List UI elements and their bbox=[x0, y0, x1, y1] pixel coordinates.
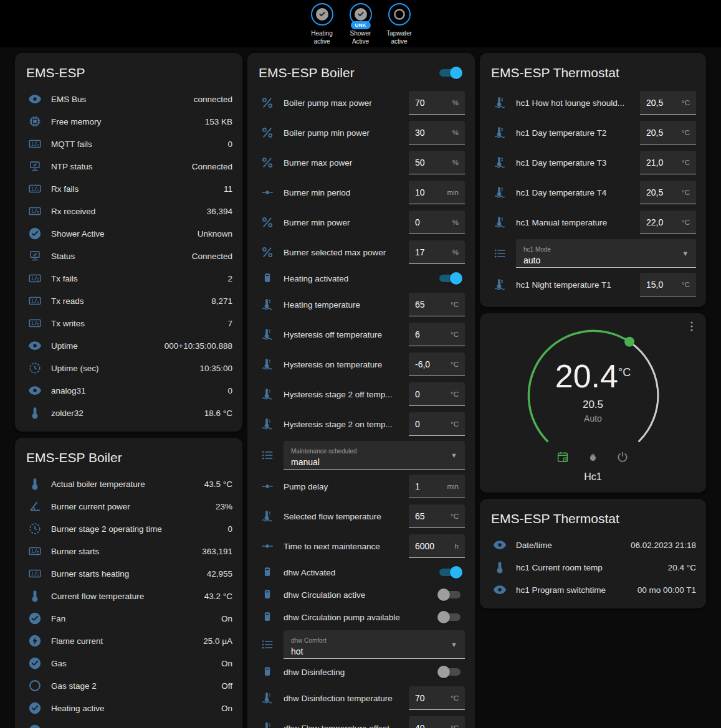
entity-row[interactable]: Heating activeOn bbox=[25, 697, 232, 719]
toggle-switch[interactable] bbox=[437, 589, 462, 601]
select-input[interactable]: Maintenance scheduledmanual▼ bbox=[284, 441, 465, 470]
entity-row[interactable]: dhw Flow temperature offset40°C bbox=[257, 713, 465, 728]
entity-row[interactable]: hc1 Day temperature T321,0°C bbox=[490, 148, 696, 177]
number-input[interactable]: 70% bbox=[409, 91, 465, 115]
entity-row[interactable]: Burner min power0% bbox=[257, 207, 465, 237]
entity-row[interactable]: 1Tx writes7 bbox=[25, 312, 232, 334]
entity-row[interactable]: 1Tx fails2 bbox=[25, 267, 232, 290]
entity-row[interactable]: 1MQTT fails0 bbox=[25, 133, 232, 155]
number-input[interactable]: 50% bbox=[409, 151, 465, 174]
entity-row[interactable]: Heating activated bbox=[257, 267, 465, 290]
number-input[interactable]: 0% bbox=[409, 210, 465, 234]
entity-row[interactable]: Boiler pump min power30% bbox=[257, 118, 465, 148]
number-input[interactable]: 20,5°C bbox=[640, 91, 696, 115]
entity-row[interactable]: dhw Circulation pump available bbox=[257, 606, 465, 628]
entity-row[interactable]: Actual boiler temperature43.5 °C bbox=[25, 473, 232, 495]
entity-row[interactable]: Uptime000+10:35:00.888 bbox=[25, 334, 232, 357]
entity-row[interactable]: StatusConnected bbox=[25, 245, 232, 267]
entity-row[interactable]: dhw Activated bbox=[257, 561, 465, 584]
entity-row[interactable]: GasOn bbox=[25, 652, 232, 674]
entity-row[interactable]: hc1 Current room temp20.4 °C bbox=[490, 556, 696, 579]
entity-row[interactable]: Date/time06.02.2023 21:18 bbox=[490, 534, 696, 556]
dial-handle[interactable] bbox=[624, 337, 634, 347]
entity-row[interactable]: EMS Busconnected bbox=[25, 88, 232, 110]
entity-row[interactable]: Burner selected max power17% bbox=[257, 237, 465, 267]
entity-row[interactable]: hc1 Manual temperature22,0°C bbox=[490, 207, 696, 237]
number-input[interactable]: 10min bbox=[409, 181, 465, 204]
entity-row[interactable]: Burner stage 2 operating time0 bbox=[25, 518, 232, 540]
entity-row[interactable]: Free memory153 KB bbox=[25, 110, 232, 133]
number-input[interactable]: -6,0°C bbox=[409, 352, 465, 376]
badge-heating-active[interactable]: Heating active bbox=[304, 3, 340, 45]
entity-row[interactable]: Uptime (sec)10:35:00 bbox=[25, 357, 232, 379]
entity-row[interactable]: dhw Circulation active bbox=[257, 584, 465, 606]
toggle-switch[interactable] bbox=[437, 666, 462, 678]
number-input[interactable]: 0°C bbox=[409, 382, 465, 406]
overflow-menu-button[interactable] bbox=[685, 319, 700, 334]
number-input[interactable]: 65°C bbox=[409, 504, 465, 528]
entity-row[interactable]: Pump delay1min bbox=[257, 471, 465, 501]
number-input[interactable]: 20,5°C bbox=[640, 121, 696, 144]
entity-row[interactable]: analog310 bbox=[25, 379, 232, 402]
entity-row[interactable]: Burner min period10min bbox=[257, 177, 465, 207]
entity-row[interactable]: Heating temperature65°C bbox=[257, 290, 465, 319]
number-input[interactable]: 65°C bbox=[409, 293, 465, 316]
number-input[interactable]: 30% bbox=[409, 121, 465, 144]
entity-row[interactable]: Hysteresis stage 2 on temp...0°C bbox=[257, 409, 465, 439]
number-input[interactable]: 1min bbox=[409, 475, 465, 498]
entity-row[interactable]: dhw Disinfection temperature70°C bbox=[257, 683, 465, 713]
entity-row[interactable]: Shower ActiveUnknown bbox=[25, 222, 232, 245]
entity-row[interactable]: hc1 Day temperature T220,5°C bbox=[490, 118, 696, 148]
dial-arc[interactable] bbox=[518, 324, 668, 456]
toggle-switch[interactable] bbox=[437, 272, 462, 285]
entity-row[interactable]: Boiler pump max power70% bbox=[257, 88, 465, 118]
number-input[interactable]: 15,0°C bbox=[640, 273, 696, 296]
lightning-icon bbox=[27, 633, 42, 648]
number-input[interactable]: 40°C bbox=[409, 716, 465, 728]
entity-row[interactable]: hc1 Night temperature T115,0°C bbox=[490, 270, 696, 300]
number-input[interactable]: 0°C bbox=[409, 412, 465, 436]
entity-row[interactable]: Flame current25.0 µA bbox=[25, 630, 232, 652]
entity-row[interactable]: zolder3218.6 °C bbox=[25, 402, 232, 424]
entity-row[interactable]: dhw Comforthot▼ bbox=[257, 628, 465, 661]
card-header-toggle[interactable] bbox=[437, 67, 462, 79]
number-input[interactable]: 70°C bbox=[409, 686, 465, 710]
number-input[interactable]: 6000h bbox=[409, 534, 465, 558]
entity-row[interactable]: 1Rx received36,394 bbox=[25, 200, 232, 222]
entity-row[interactable]: hc1 Day temperature T420,5°C bbox=[490, 177, 696, 207]
select-input[interactable]: dhw Comforthot▼ bbox=[284, 630, 465, 659]
select-input[interactable]: hc1 Modeauto▼ bbox=[516, 239, 696, 268]
entity-row[interactable]: Burner max power50% bbox=[257, 148, 465, 177]
number-unit: °C bbox=[682, 129, 690, 136]
badge-tapwater-active[interactable]: Tapwater active bbox=[381, 3, 418, 45]
toggle-switch[interactable] bbox=[437, 611, 462, 623]
number-input[interactable]: 22,0°C bbox=[640, 210, 696, 234]
entity-row[interactable]: Gas stage 2Off bbox=[25, 674, 232, 697]
entity-row[interactable]: dhw Disinfecting bbox=[257, 661, 465, 683]
entity-row[interactable]: 1Tx reads8,271 bbox=[25, 290, 232, 312]
entity-row[interactable]: hc1 How hot lounge should...20,5°C bbox=[490, 88, 696, 118]
entity-row[interactable]: Burner current power23% bbox=[25, 495, 232, 518]
toggle-switch[interactable] bbox=[437, 566, 462, 579]
number-input[interactable]: 6°C bbox=[409, 323, 465, 346]
entity-row[interactable]: Hysteresis stage 2 off temp...0°C bbox=[257, 379, 465, 409]
badge-shower-active[interactable]: UNKShower Active bbox=[343, 3, 379, 45]
entity-row[interactable]: Hysteresis off temperature6°C bbox=[257, 319, 465, 349]
entity-row[interactable]: hc1 Modeauto▼ bbox=[490, 237, 696, 270]
number-input[interactable]: 21,0°C bbox=[640, 151, 696, 174]
entity-row[interactable]: Maintenance scheduledmanual▼ bbox=[257, 439, 465, 471]
number-input[interactable]: 17% bbox=[409, 240, 465, 264]
entity-row[interactable]: 1Burner starts heating42,955 bbox=[25, 562, 232, 585]
entity-row[interactable]: 1Rx fails11 bbox=[25, 177, 232, 200]
number-input[interactable]: 20,5°C bbox=[640, 181, 696, 204]
entity-row[interactable]: FanOn bbox=[25, 607, 232, 630]
entity-row[interactable]: Selected flow temperature65°C bbox=[257, 501, 465, 531]
entity-row[interactable]: Hysteresis on temperature-6,0°C bbox=[257, 349, 465, 379]
entity-row[interactable]: Current flow temperature43.2 °C bbox=[25, 585, 232, 607]
entity-row[interactable]: 1Burner starts363,191 bbox=[25, 540, 232, 562]
entity-row[interactable]: Time to next maintenance6000h bbox=[257, 531, 465, 561]
entity-row[interactable]: hc1 Program switchtime00 mo 00:00 T1 bbox=[490, 579, 696, 601]
number-value: 70 bbox=[415, 98, 425, 108]
entity-row[interactable]: NTP statusConnected bbox=[25, 155, 232, 177]
entity-row[interactable]: Heating pumpOn bbox=[25, 719, 232, 728]
